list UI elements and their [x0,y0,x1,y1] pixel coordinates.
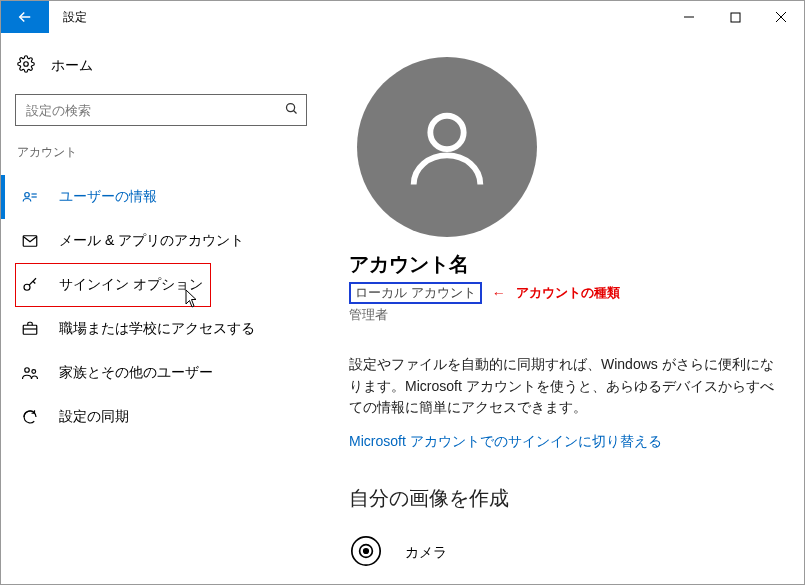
minimize-button[interactable] [666,1,712,33]
account-type-annotation: アカウントの種類 [516,284,620,302]
sidebar-item-family-users[interactable]: 家族とその他のユーザー [15,351,307,395]
account-header: アカウント名 ローカル アカウント ← アカウントの種類 管理者 [349,57,776,324]
sidebar-section-label: アカウント [17,144,307,161]
window-title: 設定 [49,1,87,33]
svg-point-14 [25,368,30,373]
account-name: アカウント名 [349,251,469,278]
maximize-button[interactable] [712,1,758,33]
body: ホーム アカウント ユーザーの情報 [1,33,804,584]
briefcase-icon [19,320,41,338]
arrow-left-icon [16,8,34,26]
arrow-left-icon: ← [492,285,506,301]
people-icon [19,364,41,382]
camera-icon [349,534,383,571]
svg-point-16 [430,116,463,149]
camera-button[interactable]: カメラ [349,534,776,571]
sidebar-item-work-school[interactable]: 職場または学校にアクセスする [15,307,307,351]
account-role: 管理者 [349,306,388,324]
titlebar: 設定 [1,1,804,33]
svg-point-15 [32,370,36,374]
camera-label: カメラ [405,544,447,562]
account-type-row: ローカル アカウント ← アカウントの種類 [349,282,620,304]
close-icon [775,11,787,23]
search-icon [284,101,299,119]
avatar [357,57,537,237]
sidebar-item-email-accounts[interactable]: メール & アプリのアカウント [15,219,307,263]
sync-description: 設定やファイルを自動的に同期すれば、Windows がさらに便利になります。Mi… [349,354,776,419]
svg-rect-12 [23,325,37,334]
sync-icon [19,408,41,426]
sidebar-item-label: 家族とその他のユーザー [59,364,213,382]
svg-rect-1 [731,13,740,22]
svg-point-19 [364,549,369,554]
key-icon [19,276,41,294]
sidebar-item-label: 職場または学校にアクセスする [59,320,255,338]
minimize-icon [683,11,695,23]
sidebar-item-label: サインイン オプション [59,276,203,294]
mail-icon [19,232,41,250]
gear-icon [17,55,35,76]
user-icon [397,97,497,197]
maximize-icon [730,12,741,23]
home-label: ホーム [51,57,93,75]
sidebar: ホーム アカウント ユーザーの情報 [1,33,321,584]
sidebar-item-user-info[interactable]: ユーザーの情報 [15,175,307,219]
sidebar-item-label: 設定の同期 [59,408,129,426]
settings-window: 設定 ホーム アカウント [0,0,805,585]
account-type: ローカル アカウント [349,282,482,304]
svg-point-4 [24,62,29,67]
switch-to-microsoft-account-link[interactable]: Microsoft アカウントでのサインインに切り替える [349,433,662,451]
sidebar-nav: ユーザーの情報 メール & アプリのアカウント サインイン オプション [15,175,307,439]
sidebar-item-signin-options[interactable]: サインイン オプション [15,263,211,307]
close-button[interactable] [758,1,804,33]
content-pane: アカウント名 ローカル アカウント ← アカウントの種類 管理者 設定やファイル… [321,33,804,584]
home-button[interactable]: ホーム [15,51,307,88]
sidebar-item-label: メール & アプリのアカウント [59,232,244,250]
search-wrap [15,94,307,126]
create-picture-heading: 自分の画像を作成 [349,485,776,512]
sidebar-item-label: ユーザーの情報 [59,188,157,206]
svg-line-6 [294,111,297,114]
svg-point-7 [25,193,30,198]
sidebar-item-sync[interactable]: 設定の同期 [15,395,307,439]
back-button[interactable] [1,1,49,33]
search-input[interactable] [15,94,307,126]
svg-point-5 [287,104,295,112]
person-card-icon [19,188,41,206]
